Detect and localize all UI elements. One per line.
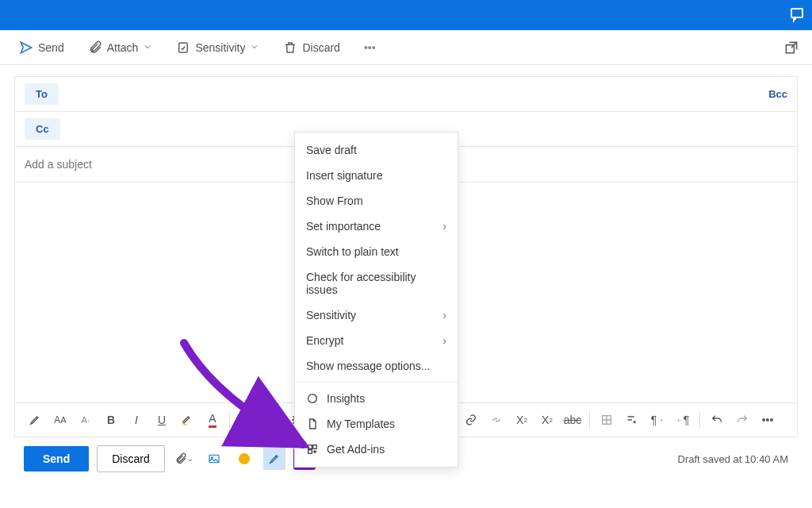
to-input[interactable] — [67, 88, 768, 101]
sensitivity-label: Sensitivity — [195, 41, 245, 54]
underline-icon[interactable]: U — [150, 408, 174, 432]
strikethrough-icon[interactable]: abc — [561, 408, 584, 432]
menu-label: Insert signature — [306, 169, 383, 182]
redo-icon[interactable] — [730, 408, 754, 432]
send-label: Send — [38, 41, 64, 54]
menu-label: Encrypt — [306, 334, 343, 347]
menu-sensitivity[interactable]: Sensitivity› — [295, 302, 458, 328]
chevron-right-icon: › — [442, 309, 446, 321]
menu-encrypt[interactable]: Encrypt› — [295, 328, 458, 353]
more-actions-menu: Save draft Insert signature Show From Se… — [294, 132, 458, 468]
discard-secondary-button[interactable]: Discard — [97, 445, 164, 472]
bold-icon[interactable]: B — [99, 408, 123, 432]
svg-rect-14 — [313, 445, 317, 449]
bcc-button[interactable]: Bcc — [768, 88, 787, 100]
ltr-icon[interactable] — [620, 408, 644, 432]
discard-button[interactable]: Discard — [277, 37, 346, 58]
menu-label: Check for accessibility issues — [306, 271, 446, 296]
feedback-icon[interactable] — [788, 6, 807, 25]
svg-text:3: 3 — [266, 421, 269, 425]
addins-icon — [306, 443, 319, 456]
menu-accessibility[interactable]: Check for accessibility issues — [295, 264, 458, 302]
menu-show-options[interactable]: Show message options... — [295, 353, 458, 379]
format-more-icon[interactable]: ••• — [756, 408, 779, 432]
svg-rect-1 — [179, 43, 188, 52]
image-mini-icon[interactable] — [203, 448, 225, 470]
menu-set-importance[interactable]: Set importance› — [295, 214, 458, 239]
chevron-down-icon — [143, 41, 152, 54]
menu-label: My Templates — [327, 418, 395, 430]
highlight-icon[interactable] — [23, 408, 47, 432]
subscript-icon[interactable]: X2 — [535, 408, 559, 432]
table-icon[interactable] — [595, 408, 619, 432]
menu-label: Set importance — [306, 220, 381, 233]
svg-rect-15 — [308, 450, 312, 454]
menu-show-from[interactable]: Show From — [295, 188, 458, 214]
svg-rect-13 — [308, 445, 312, 449]
chevron-right-icon: › — [442, 334, 446, 347]
chevron-right-icon: › — [442, 220, 446, 233]
menu-switch-plain[interactable]: Switch to plain text — [295, 239, 458, 264]
compose-toolbar: Send Attach Sensitivity Discard ••• — [0, 30, 812, 65]
chevron-down-icon — [250, 41, 259, 54]
sensitivity-button[interactable]: Sensitivity — [170, 37, 266, 58]
menu-label: Get Add-ins — [327, 443, 385, 456]
attach-label: Attach — [107, 41, 139, 54]
menu-save-draft[interactable]: Save draft — [295, 137, 458, 163]
attach-mini-icon[interactable]: ⌄ — [173, 448, 195, 470]
menu-label: Switch to plain text — [306, 245, 399, 258]
insights-icon — [306, 392, 319, 405]
menu-insert-signature[interactable]: Insert signature — [295, 163, 458, 188]
separator — [229, 412, 230, 428]
popout-icon[interactable] — [783, 40, 799, 56]
attach-button[interactable]: Attach — [82, 37, 159, 58]
menu-get-addins[interactable]: Get Add-ins — [295, 437, 458, 462]
shield-icon — [176, 40, 190, 55]
more-button[interactable]: ••• — [358, 38, 382, 57]
send-icon — [19, 40, 33, 55]
font-size-up-icon[interactable]: AA — [48, 408, 72, 432]
number-list-icon[interactable]: 123 — [260, 408, 284, 432]
menu-label: Sensitivity — [306, 309, 356, 321]
svg-point-3 — [243, 416, 243, 417]
italic-icon[interactable]: I — [124, 408, 148, 432]
menu-label: Show message options... — [306, 360, 430, 372]
menu-label: Insights — [327, 392, 365, 405]
draft-status: Draft saved at 10:40 AM — [678, 453, 788, 465]
to-row[interactable]: To Bcc — [14, 76, 798, 111]
send-primary-button[interactable]: Send — [24, 446, 89, 471]
send-button[interactable]: Send — [13, 37, 71, 58]
paragraph-rtl-icon[interactable]: ←¶ — [671, 408, 695, 432]
menu-my-templates[interactable]: My Templates — [295, 411, 458, 437]
separator — [699, 412, 700, 428]
menu-insights[interactable]: Insights — [295, 386, 458, 411]
menu-separator — [295, 382, 458, 383]
format-toggle-icon[interactable] — [263, 448, 285, 470]
trash-icon — [283, 40, 297, 55]
menu-label: Save draft — [306, 144, 357, 156]
link-icon[interactable] — [459, 408, 483, 432]
svg-point-4 — [243, 419, 243, 420]
svg-rect-0 — [791, 9, 802, 17]
title-bar — [0, 0, 812, 30]
svg-point-12 — [308, 394, 317, 403]
emoji-mini-icon[interactable] — [233, 448, 255, 470]
undo-icon[interactable] — [705, 408, 729, 432]
menu-label: Show From — [306, 194, 363, 207]
unlink-icon[interactable] — [485, 408, 508, 432]
text-highlight-icon[interactable] — [175, 408, 199, 432]
ellipsis-icon: ••• — [364, 41, 376, 54]
font-color-icon[interactable]: A — [201, 408, 224, 432]
templates-icon — [306, 418, 319, 430]
svg-point-5 — [243, 422, 243, 423]
to-chip[interactable]: To — [25, 83, 59, 105]
paragraph-ltr-icon[interactable]: ¶→ — [645, 408, 669, 432]
discard-label: Discard — [302, 41, 339, 54]
cc-chip[interactable]: Cc — [25, 118, 60, 140]
separator — [589, 412, 590, 428]
superscript-icon[interactable]: X2 — [510, 408, 534, 432]
bullet-list-icon[interactable] — [235, 408, 259, 432]
font-size-down-icon[interactable]: A↓ — [74, 408, 98, 432]
attach-icon — [88, 40, 102, 55]
